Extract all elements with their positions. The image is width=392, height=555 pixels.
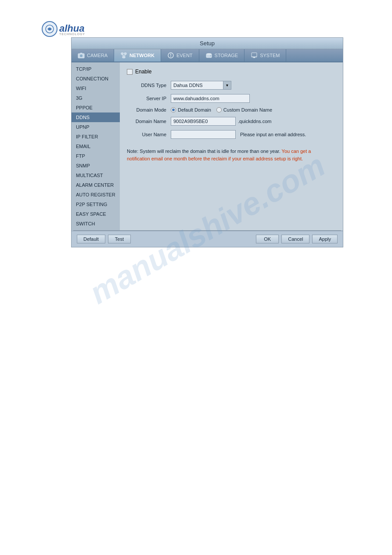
domain-name-row: Domain Name .quickddns.com <box>127 117 336 126</box>
enable-label: Enable <box>135 69 151 75</box>
tab-system-label: SYSTEM <box>260 53 280 58</box>
tab-storage-label: STORAGE <box>215 53 238 58</box>
svg-rect-18 <box>253 57 255 58</box>
sidebar-item-tcpip[interactable]: TCP/IP <box>72 64 120 74</box>
domain-suffix-text: .quickddns.com <box>238 119 271 124</box>
apply-button[interactable]: Apply <box>312 235 338 243</box>
tab-camera[interactable]: CAMERA <box>72 49 114 62</box>
sidebar-item-autoregister[interactable]: AUTO REGISTER <box>72 190 120 200</box>
ok-button[interactable]: OK <box>256 235 279 243</box>
camera-icon <box>78 52 85 59</box>
username-row: User Name Please input an email address. <box>127 130 336 139</box>
bottom-bar: Default Test OK Cancel Apply <box>72 231 343 247</box>
ddns-type-arrow[interactable]: ▼ <box>223 81 231 90</box>
sidebar-item-pppoe[interactable]: PPPOE <box>72 103 120 112</box>
default-button[interactable]: Default <box>77 235 105 243</box>
radio-custom-label: Custom Domain Name <box>223 107 272 112</box>
svg-point-12 <box>170 56 171 57</box>
svg-point-14 <box>206 53 212 55</box>
radio-default-domain[interactable]: Default Domain <box>171 107 211 112</box>
sidebar-item-switch[interactable]: SWITCH <box>72 219 120 229</box>
sidebar-item-multicast[interactable]: MULTICAST <box>72 170 120 180</box>
note-content: Note: System will reclaim the domain tha… <box>127 149 311 161</box>
cancel-button[interactable]: Cancel <box>281 235 309 243</box>
dialog-title: Setup <box>200 40 215 47</box>
setup-dialog: Setup CAMERA <box>71 37 343 247</box>
domain-name-container: .quickddns.com <box>171 117 271 126</box>
event-icon <box>167 52 174 59</box>
sidebar-item-easyspace[interactable]: EASY SPACE <box>72 209 120 219</box>
domain-name-label: Domain Name <box>127 119 171 124</box>
sidebar-item-snmp[interactable]: SNMP <box>72 161 120 170</box>
note-text: Note: System will reclaim the domain tha… <box>127 148 320 162</box>
tab-event[interactable]: EVENT <box>161 49 199 62</box>
sidebar-item-ftp[interactable]: FTP <box>72 151 120 161</box>
sidebar-item-alarmcenter[interactable]: ALARM CENTER <box>72 180 120 190</box>
ddns-type-label: DDNS Type <box>127 83 171 88</box>
username-input[interactable] <box>171 130 236 139</box>
sidebar-item-wifi[interactable]: WIFI <box>72 83 120 93</box>
tab-camera-label: CAMERA <box>87 53 108 58</box>
sidebar: TCP/IP CONNECTION WIFI 3G PPPOE DDNS UPN… <box>72 62 120 230</box>
right-buttons: OK Cancel Apply <box>256 235 338 243</box>
username-label: User Name <box>127 132 171 137</box>
radio-default-btn[interactable] <box>171 107 176 112</box>
domain-mode-label: Domain Mode <box>127 107 171 112</box>
note-highlight: You can get a notification email one mon… <box>127 149 311 161</box>
logo-icon <box>42 21 58 37</box>
username-hint: Please input an email address. <box>240 132 306 137</box>
left-buttons: Default Test <box>77 235 131 243</box>
tab-storage[interactable]: STORAGE <box>199 49 245 62</box>
sidebar-item-ddns[interactable]: DDNS <box>72 112 120 122</box>
tab-event-label: EVENT <box>176 53 193 58</box>
tab-network[interactable]: NETWORK <box>114 49 161 62</box>
radio-custom-btn[interactable] <box>216 107 222 112</box>
sidebar-item-p2psetting[interactable]: P2P SETTING <box>72 200 120 209</box>
svg-point-15 <box>210 55 211 56</box>
content-area: TCP/IP CONNECTION WIFI 3G PPPOE DDNS UPN… <box>72 62 343 230</box>
svg-rect-5 <box>122 56 125 58</box>
logo-sub-text: TECHNOLOGY <box>59 33 85 36</box>
domain-name-input[interactable] <box>171 117 236 126</box>
logo-brand-text: alhua <box>59 23 84 34</box>
radio-custom-domain[interactable]: Custom Domain Name <box>216 107 272 112</box>
logo-area: alhua TECHNOLOGY <box>42 21 85 37</box>
ddns-panel: Enable DDNS Type ▼ Server IP Domain Mode <box>120 62 343 230</box>
ddns-type-dropdown[interactable]: ▼ <box>171 81 231 90</box>
svg-rect-3 <box>121 53 123 54</box>
tab-bar: CAMERA NETWORK <box>72 49 343 62</box>
server-ip-label: Server IP <box>127 96 171 101</box>
sidebar-item-upnp[interactable]: UPNP <box>72 122 120 132</box>
system-icon <box>251 52 258 59</box>
domain-mode-row: Domain Mode Default Domain Custom Domain… <box>127 107 336 112</box>
ddns-type-row: DDNS Type ▼ <box>127 81 336 90</box>
test-button[interactable]: Test <box>108 235 131 243</box>
tab-network-label: NETWORK <box>129 53 155 58</box>
tab-system[interactable]: SYSTEM <box>245 49 286 62</box>
radio-default-label: Default Domain <box>178 107 211 112</box>
server-ip-input[interactable] <box>171 94 250 103</box>
sidebar-item-ipfilter[interactable]: IP FILTER <box>72 132 120 141</box>
svg-point-2 <box>80 54 83 57</box>
title-bar: Setup <box>72 38 343 49</box>
network-icon <box>120 52 127 59</box>
sidebar-item-3g[interactable]: 3G <box>72 93 120 103</box>
ddns-type-input[interactable] <box>171 81 223 90</box>
server-ip-row: Server IP <box>127 94 336 103</box>
enable-row: Enable <box>127 69 336 75</box>
storage-icon <box>205 52 212 59</box>
domain-mode-radio-group: Default Domain Custom Domain Name <box>171 107 272 112</box>
enable-checkbox[interactable] <box>127 69 133 75</box>
sidebar-item-connection[interactable]: CONNECTION <box>72 74 120 83</box>
svg-rect-4 <box>124 53 126 54</box>
sidebar-item-email[interactable]: EMAIL <box>72 141 120 151</box>
